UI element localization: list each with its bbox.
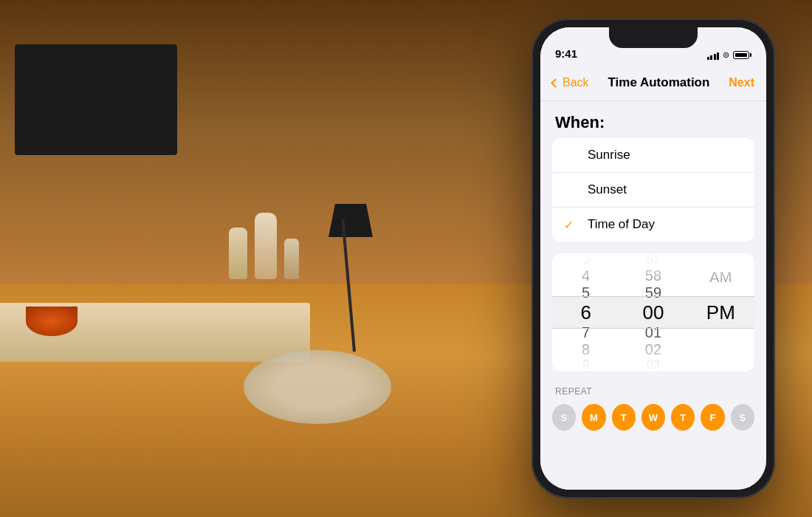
picker-min-03: 03 xyxy=(619,358,687,372)
day-friday[interactable]: F xyxy=(701,404,724,431)
sunset-check xyxy=(564,183,582,196)
picker-pm: PM xyxy=(687,301,754,324)
days-row: S M T W T F S xyxy=(552,404,754,431)
picker-hour-6: 6 xyxy=(552,301,619,324)
timeofday-check: ✓ xyxy=(564,218,582,232)
sunrise-check xyxy=(564,148,582,162)
next-button[interactable]: Next xyxy=(729,76,754,89)
picker-min-01: 01 xyxy=(619,324,687,341)
day-sunday[interactable]: S xyxy=(552,404,576,431)
back-label[interactable]: Back xyxy=(562,76,589,89)
picker-hour-8: 8 xyxy=(552,341,619,358)
picker-min-00: 00 xyxy=(619,301,687,324)
picker-hour-5: 5 xyxy=(552,284,619,301)
chevron-left-icon xyxy=(551,78,560,88)
day-monday[interactable]: M xyxy=(582,404,605,431)
floor-lamp xyxy=(340,204,369,352)
hours-column[interactable]: 3 4 5 6 7 8 9 xyxy=(552,253,619,372)
option-timeofday[interactable]: ✓ Time of Day xyxy=(552,208,754,242)
page-title: Time Automation xyxy=(608,75,709,90)
orange-bowl xyxy=(26,307,78,336)
picker-min-57: 57 xyxy=(619,253,687,267)
sunset-label: Sunset xyxy=(588,182,627,197)
option-sunset[interactable]: Sunset xyxy=(552,173,754,208)
minutes-column[interactable]: 57 58 59 00 01 02 03 xyxy=(619,253,687,372)
picker-empty xyxy=(687,324,754,372)
picker-hour-4: 4 xyxy=(552,267,619,284)
nav-bar: Back Time Automation Next xyxy=(540,64,766,101)
sunrise-label: Sunrise xyxy=(588,148,630,162)
wifi-icon: ⊜ xyxy=(723,50,729,60)
vase-1 xyxy=(229,227,247,279)
battery-icon xyxy=(733,51,751,59)
day-saturday[interactable]: S xyxy=(731,404,754,431)
phone-wrapper: 9:41 ⊜ xyxy=(517,15,790,502)
content-area: When: Sunrise Sunset ✓ xyxy=(540,101,766,490)
status-time: 9:41 xyxy=(555,47,577,60)
day-wednesday[interactable]: W xyxy=(641,404,665,431)
status-icons: ⊜ xyxy=(707,50,752,60)
picker-am: AM xyxy=(687,253,754,301)
repeat-label: REPEAT xyxy=(552,386,754,397)
back-button[interactable]: Back xyxy=(552,76,589,89)
rug xyxy=(244,350,391,424)
picker-min-59: 59 xyxy=(619,284,687,301)
repeat-section: REPEAT S M T W T F S xyxy=(540,372,766,438)
tv xyxy=(15,44,177,155)
when-header: When: xyxy=(540,101,766,138)
phone-notch xyxy=(609,27,698,48)
picker-min-58: 58 xyxy=(619,267,687,284)
picker-min-02: 02 xyxy=(619,341,687,358)
signal-icon xyxy=(707,51,720,60)
time-picker-inner: 3 4 5 6 7 8 9 57 58 59 xyxy=(552,253,754,372)
vase-2 xyxy=(255,213,277,279)
picker-hour-9: 9 xyxy=(552,358,619,372)
picker-hour-7: 7 xyxy=(552,324,619,341)
time-picker[interactable]: 3 4 5 6 7 8 9 57 58 59 xyxy=(552,253,754,372)
period-column[interactable]: AM PM xyxy=(687,253,754,372)
options-list: Sunrise Sunset ✓ Time of Day xyxy=(552,138,754,242)
day-tuesday[interactable]: T xyxy=(612,404,636,431)
picker-hour-3: 3 xyxy=(552,253,619,267)
phone-screen: 9:41 ⊜ xyxy=(540,27,766,490)
phone-device: 9:41 ⊜ xyxy=(531,18,775,499)
timeofday-label: Time of Day xyxy=(588,217,655,232)
day-thursday[interactable]: T xyxy=(671,404,695,431)
option-sunrise[interactable]: Sunrise xyxy=(552,138,754,173)
vase-3 xyxy=(284,239,299,279)
